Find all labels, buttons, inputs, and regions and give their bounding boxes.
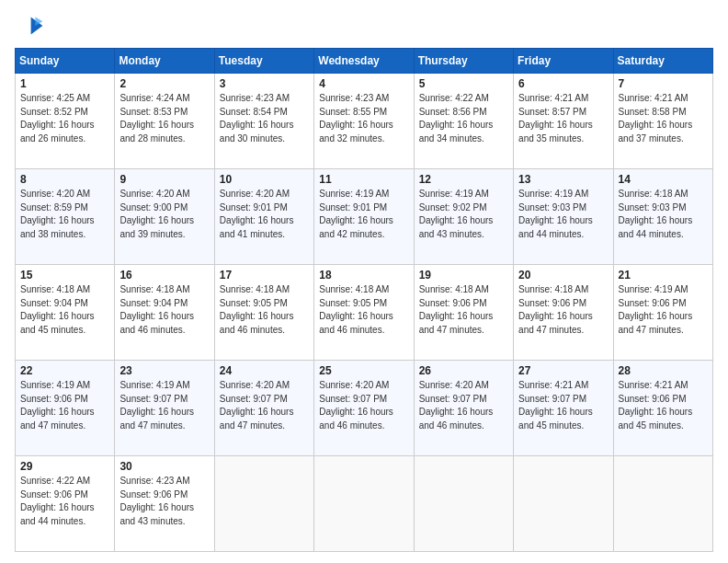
calendar-week-row: 15Sunrise: 4:18 AM Sunset: 9:04 PM Dayli… — [16, 265, 713, 361]
calendar-cell: 6Sunrise: 4:21 AM Sunset: 8:57 PM Daylig… — [514, 74, 613, 169]
day-number: 2 — [119, 77, 209, 90]
day-number: 23 — [119, 364, 209, 377]
day-header-friday: Friday — [514, 49, 613, 74]
day-info: Sunrise: 4:18 AM Sunset: 9:04 PM Dayligh… — [20, 283, 109, 337]
day-header-wednesday: Wednesday — [314, 49, 414, 74]
day-info: Sunrise: 4:18 AM Sunset: 9:03 PM Dayligh… — [619, 188, 708, 241]
day-info: Sunrise: 4:18 AM Sunset: 9:06 PM Dayligh… — [419, 283, 508, 337]
day-number: 12 — [419, 173, 508, 186]
day-number: 7 — [619, 77, 708, 90]
day-number: 16 — [119, 269, 209, 282]
page-container: SundayMondayTuesdayWednesdayThursdayFrid… — [0, 0, 728, 563]
calendar-cell — [613, 456, 712, 552]
day-info: Sunrise: 4:20 AM Sunset: 9:07 PM Dayligh… — [319, 379, 408, 432]
day-info: Sunrise: 4:18 AM Sunset: 9:05 PM Dayligh… — [220, 283, 309, 337]
day-number: 9 — [119, 173, 209, 186]
calendar-cell: 8Sunrise: 4:20 AM Sunset: 8:59 PM Daylig… — [16, 169, 115, 265]
calendar-cell: 14Sunrise: 4:18 AM Sunset: 9:03 PM Dayli… — [613, 169, 712, 265]
calendar-cell: 18Sunrise: 4:18 AM Sunset: 9:05 PM Dayli… — [314, 265, 414, 361]
day-number: 19 — [419, 269, 508, 282]
calendar-cell: 19Sunrise: 4:18 AM Sunset: 9:06 PM Dayli… — [414, 265, 513, 361]
day-number: 26 — [419, 364, 508, 377]
calendar-cell: 20Sunrise: 4:18 AM Sunset: 9:06 PM Dayli… — [514, 265, 613, 361]
day-header-thursday: Thursday — [414, 49, 513, 74]
day-info: Sunrise: 4:18 AM Sunset: 9:05 PM Dayligh… — [319, 283, 408, 337]
day-number: 13 — [518, 173, 608, 186]
day-number: 18 — [319, 269, 408, 282]
calendar-cell: 3Sunrise: 4:23 AM Sunset: 8:54 PM Daylig… — [214, 74, 313, 169]
day-number: 21 — [619, 269, 708, 282]
day-number: 3 — [220, 77, 309, 90]
logo — [15, 11, 48, 40]
calendar-week-row: 22Sunrise: 4:19 AM Sunset: 9:06 PM Dayli… — [16, 361, 713, 456]
day-info: Sunrise: 4:21 AM Sunset: 8:57 PM Dayligh… — [518, 92, 608, 145]
day-number: 20 — [518, 269, 608, 282]
day-number: 8 — [20, 173, 109, 186]
day-info: Sunrise: 4:20 AM Sunset: 9:07 PM Dayligh… — [419, 379, 508, 432]
day-number: 10 — [220, 173, 309, 186]
logo-icon — [15, 11, 44, 40]
day-info: Sunrise: 4:23 AM Sunset: 8:54 PM Dayligh… — [220, 92, 309, 145]
day-header-saturday: Saturday — [613, 49, 712, 74]
calendar-cell: 5Sunrise: 4:22 AM Sunset: 8:56 PM Daylig… — [414, 74, 513, 169]
calendar-cell: 13Sunrise: 4:19 AM Sunset: 9:03 PM Dayli… — [514, 169, 613, 265]
day-info: Sunrise: 4:21 AM Sunset: 9:06 PM Dayligh… — [619, 379, 708, 432]
day-number: 28 — [619, 364, 708, 377]
calendar-cell — [414, 456, 513, 552]
day-header-tuesday: Tuesday — [214, 49, 313, 74]
day-info: Sunrise: 4:23 AM Sunset: 8:55 PM Dayligh… — [319, 92, 408, 145]
day-number: 14 — [619, 173, 708, 186]
day-info: Sunrise: 4:20 AM Sunset: 9:00 PM Dayligh… — [119, 188, 209, 241]
calendar-cell: 28Sunrise: 4:21 AM Sunset: 9:06 PM Dayli… — [613, 361, 712, 456]
day-number: 11 — [319, 173, 408, 186]
day-number: 5 — [419, 77, 508, 90]
calendar-cell — [514, 456, 613, 552]
day-info: Sunrise: 4:18 AM Sunset: 9:04 PM Dayligh… — [119, 283, 209, 337]
day-header-sunday: Sunday — [16, 49, 115, 74]
day-info: Sunrise: 4:20 AM Sunset: 9:07 PM Dayligh… — [220, 379, 309, 432]
day-number: 29 — [20, 460, 109, 473]
day-number: 1 — [20, 77, 109, 90]
calendar-week-row: 1Sunrise: 4:25 AM Sunset: 8:52 PM Daylig… — [16, 74, 713, 169]
day-info: Sunrise: 4:21 AM Sunset: 8:58 PM Dayligh… — [619, 92, 708, 145]
calendar-header-row: SundayMondayTuesdayWednesdayThursdayFrid… — [16, 49, 713, 74]
calendar-cell: 24Sunrise: 4:20 AM Sunset: 9:07 PM Dayli… — [214, 361, 313, 456]
day-number: 17 — [220, 269, 309, 282]
calendar-cell: 10Sunrise: 4:20 AM Sunset: 9:01 PM Dayli… — [214, 169, 313, 265]
calendar-cell: 23Sunrise: 4:19 AM Sunset: 9:07 PM Dayli… — [115, 361, 214, 456]
day-number: 22 — [20, 364, 109, 377]
calendar-cell: 2Sunrise: 4:24 AM Sunset: 8:53 PM Daylig… — [115, 74, 214, 169]
calendar-cell: 25Sunrise: 4:20 AM Sunset: 9:07 PM Dayli… — [314, 361, 414, 456]
calendar-cell: 26Sunrise: 4:20 AM Sunset: 9:07 PM Dayli… — [414, 361, 513, 456]
day-number: 30 — [119, 460, 209, 473]
day-info: Sunrise: 4:20 AM Sunset: 9:01 PM Dayligh… — [220, 188, 309, 241]
calendar-cell: 30Sunrise: 4:23 AM Sunset: 9:06 PM Dayli… — [115, 456, 214, 552]
day-info: Sunrise: 4:19 AM Sunset: 9:03 PM Dayligh… — [518, 188, 608, 241]
calendar-cell: 1Sunrise: 4:25 AM Sunset: 8:52 PM Daylig… — [16, 74, 115, 169]
day-number: 6 — [518, 77, 608, 90]
day-number: 15 — [20, 269, 109, 282]
calendar-cell: 7Sunrise: 4:21 AM Sunset: 8:58 PM Daylig… — [613, 74, 712, 169]
calendar-table: SundayMondayTuesdayWednesdayThursdayFrid… — [15, 48, 713, 552]
day-number: 24 — [220, 364, 309, 377]
header — [15, 11, 713, 40]
day-number: 27 — [518, 364, 608, 377]
day-info: Sunrise: 4:20 AM Sunset: 8:59 PM Dayligh… — [20, 188, 109, 241]
calendar-cell: 17Sunrise: 4:18 AM Sunset: 9:05 PM Dayli… — [214, 265, 313, 361]
calendar-week-row: 29Sunrise: 4:22 AM Sunset: 9:06 PM Dayli… — [16, 456, 713, 552]
calendar-cell: 9Sunrise: 4:20 AM Sunset: 9:00 PM Daylig… — [115, 169, 214, 265]
calendar-cell: 16Sunrise: 4:18 AM Sunset: 9:04 PM Dayli… — [115, 265, 214, 361]
day-info: Sunrise: 4:19 AM Sunset: 9:02 PM Dayligh… — [419, 188, 508, 241]
day-info: Sunrise: 4:19 AM Sunset: 9:06 PM Dayligh… — [619, 283, 708, 337]
day-info: Sunrise: 4:18 AM Sunset: 9:06 PM Dayligh… — [518, 283, 608, 337]
calendar-cell — [314, 456, 414, 552]
day-info: Sunrise: 4:19 AM Sunset: 9:06 PM Dayligh… — [20, 379, 109, 432]
calendar-cell: 12Sunrise: 4:19 AM Sunset: 9:02 PM Dayli… — [414, 169, 513, 265]
calendar-cell — [214, 456, 313, 552]
calendar-week-row: 8Sunrise: 4:20 AM Sunset: 8:59 PM Daylig… — [16, 169, 713, 265]
calendar-cell: 4Sunrise: 4:23 AM Sunset: 8:55 PM Daylig… — [314, 74, 414, 169]
day-info: Sunrise: 4:21 AM Sunset: 9:07 PM Dayligh… — [518, 379, 608, 432]
day-number: 25 — [319, 364, 408, 377]
day-info: Sunrise: 4:25 AM Sunset: 8:52 PM Dayligh… — [20, 92, 109, 145]
day-info: Sunrise: 4:19 AM Sunset: 9:07 PM Dayligh… — [119, 379, 209, 432]
